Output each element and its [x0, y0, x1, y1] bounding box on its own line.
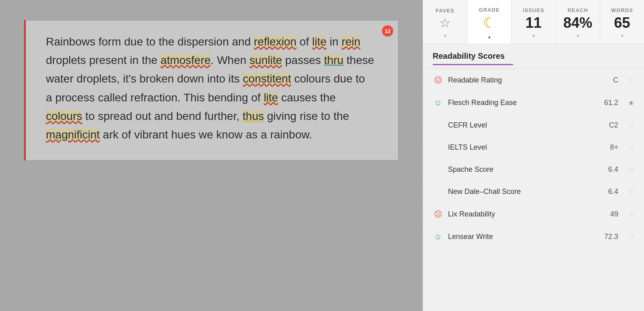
sad-icon-lix: ☹ — [433, 209, 443, 219]
happy-icon-lensear: ☺ — [433, 232, 443, 241]
score-row-spache: Spache Score 6.4 ☆ — [423, 159, 644, 181]
tab-issues[interactable]: ISSUES 11 ▾ — [512, 0, 556, 44]
tab-reach[interactable]: REACH 84% ▾ — [556, 0, 600, 44]
star-ielts[interactable]: ☆ — [628, 143, 634, 152]
score-row-ielts: IELTS Level 8+ ☆ — [423, 136, 644, 159]
section-underline — [433, 64, 513, 65]
tab-faves[interactable]: FAVES ☆ ▾ — [423, 0, 467, 44]
star-cefr[interactable]: ☆ — [628, 121, 634, 130]
left-panel: Rainbows form due to the dispersion and … — [0, 0, 423, 311]
tab-words[interactable]: WORDS 65 ▾ — [600, 0, 644, 44]
score-row-flesch: ☺ Flesch Reading Ease 61.2 ★ — [423, 92, 644, 114]
score-row-cefr: CEFR Level C2 ☆ — [423, 114, 644, 136]
right-panel: FAVES ☆ ▾ GRADE ☾ ▴ ISSUES 11 ▾ REACH 84… — [423, 0, 644, 311]
star-icon: ☆ — [439, 15, 451, 31]
sad-icon-readable: ☹ — [433, 75, 443, 85]
star-spache[interactable]: ☆ — [628, 165, 634, 174]
section-header: Readability Scores — [423, 44, 644, 69]
score-row-readable-rating: ☹ Readable Rating C ☆ — [423, 69, 644, 92]
star-lensear[interactable]: ☆ — [628, 233, 634, 241]
star-readable[interactable]: ☆ — [628, 76, 634, 84]
score-row-lensear: ☺ Lensear Write 72.3 ☆ — [423, 226, 644, 248]
moon-icon: ☾ — [483, 14, 496, 31]
readability-section: Readability Scores ☹ Readable Rating C ☆… — [423, 44, 644, 311]
tab-grade[interactable]: GRADE ☾ ▴ — [467, 0, 512, 44]
notification-badge: 12 — [382, 25, 393, 37]
section-title: Readability Scores — [433, 51, 634, 61]
score-row-dale-chall: New Dale–Chall Score 6.4 ☆ — [423, 181, 644, 203]
star-dale[interactable]: ☆ — [628, 187, 634, 196]
happy-icon-flesch: ☺ — [433, 98, 443, 107]
star-flesch[interactable]: ★ — [628, 99, 634, 107]
text-editor[interactable]: Rainbows form due to the dispersion and … — [24, 20, 398, 161]
text-content: Rainbows form due to the dispersion and … — [46, 33, 382, 144]
score-row-lix: ☹ Lix Readability 49 ☆ — [423, 203, 644, 226]
top-nav: FAVES ☆ ▾ GRADE ☾ ▴ ISSUES 11 ▾ REACH 84… — [423, 0, 644, 44]
star-lix[interactable]: ☆ — [628, 210, 634, 218]
